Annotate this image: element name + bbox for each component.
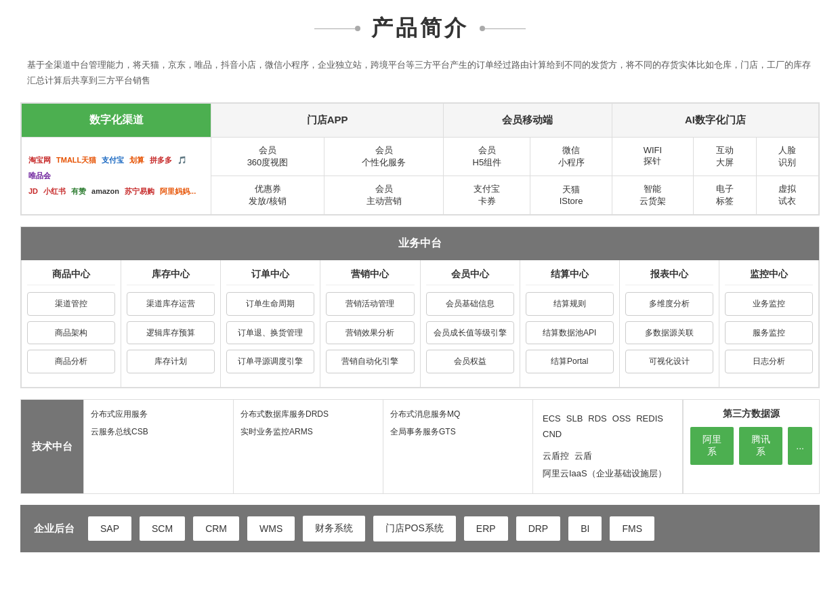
member-wechat: 微信小程序	[530, 137, 612, 176]
cloud-iaas: 阿里云IaaS（企业基础设施层）	[543, 468, 667, 480]
page-wrapper: 产品简介 基于全渠道中台管理能力，将天猫，京东，唯品，抖音小店，微信小程序，企业…	[0, 0, 840, 616]
inventory-item-1: 逻辑库存预算	[127, 321, 215, 345]
report-item-0: 多维度分析	[625, 292, 713, 316]
inventory-item-2: 库存计划	[127, 350, 215, 373]
enterprise-tag-drp: DRP	[516, 516, 561, 541]
tech-middle: 分布式应用服务 云服务总线CSB 分布式数据库服务DRDS 实时业务监控ARMS	[83, 400, 684, 493]
left-decoration	[314, 26, 360, 31]
report-item-1: 多数据源关联	[625, 321, 713, 345]
enterprise-label: 企业后台	[34, 522, 75, 535]
enterprise-tag-wms: WMS	[247, 516, 295, 541]
enterprise-tag-bi: BI	[568, 516, 602, 541]
business-col-member: 会员中心 会员基础信息 会员成长值等级引擎 会员权益	[421, 260, 520, 387]
cloud-slb: SLB	[566, 413, 583, 424]
btn-more[interactable]: ...	[788, 427, 812, 465]
settlement-item-2: 结算Portal	[526, 350, 614, 373]
enterprise-tag-finance: 财务系统	[303, 516, 365, 541]
logo-xiaohongshu: 小红书	[43, 186, 66, 197]
tech-label: 技术中台	[21, 400, 83, 493]
logo-tmall: TMALL天猫	[56, 155, 96, 165]
col-title-inventory: 库存中心	[127, 268, 215, 285]
business-col-monitor: 监控中心 业务监控 服务监控 日志分析	[719, 260, 818, 387]
logo-huasuan: 划算	[129, 155, 144, 165]
product-item-2: 商品分析	[27, 350, 115, 373]
tech-item-gts: 全局事务服务GTS	[390, 426, 526, 438]
order-item-1: 订单退、换货管理	[226, 321, 314, 345]
tech-item-mq: 分布式消息服务MQ	[390, 408, 526, 420]
ai-label: 电子标签	[694, 176, 756, 214]
marketing-item-0: 营销活动管理	[326, 292, 414, 316]
btn-alibaba[interactable]: 阿里系	[690, 427, 734, 465]
logo-alimama: 阿里妈妈...	[160, 186, 196, 197]
store-member-personal: 会员个性化服务	[324, 137, 444, 176]
tech-col-2: 分布式数据库服务DRDS 实时业务监控ARMS	[234, 400, 383, 493]
left-line	[314, 28, 355, 29]
business-col-inventory: 库存中心 渠道库存运营 逻辑库存预算 库存计划	[121, 260, 221, 387]
settlement-item-0: 结算规则	[526, 292, 614, 316]
member-h5: 会员H5组件	[444, 137, 530, 176]
tech-item-arms: 实时业务监控ARMS	[240, 426, 376, 438]
store-member-360: 会员360度视图	[211, 137, 324, 176]
enterprise-tag-crm: CRM	[193, 516, 239, 541]
business-title: 业务中台	[21, 227, 819, 260]
logo-row-2: JD 小红书 有赞 amazon 苏宁易购 阿里妈妈...	[28, 186, 204, 197]
enterprise-tag-sap: SAP	[88, 516, 131, 541]
logo-douyin: 🎵	[177, 156, 187, 165]
channel-table: 数字化渠道 门店APP 会员移动端 AI数字化门店 淘宝网 TMALL天猫 支付…	[21, 103, 819, 215]
logo-taobao: 淘宝网	[28, 155, 51, 165]
business-col-settlement: 结算中心 结算规则 结算数据池API 结算Portal	[520, 260, 620, 387]
ai-face: 人脸识别	[756, 137, 818, 176]
enterprise-tag-erp: ERP	[464, 516, 508, 541]
tech-inner: 技术中台 分布式应用服务 云服务总线CSB 分布式数据库服务DRDS 实时业务监…	[21, 400, 819, 493]
store-coupon: 优惠券发放/核销	[211, 176, 324, 214]
cloud-tags-row2: 云盾控 云盾 阿里云IaaS（企业基础设施层）	[540, 445, 675, 485]
right-decoration	[480, 26, 526, 31]
col-title-product: 商品中心	[27, 268, 115, 285]
business-grid: 商品中心 渠道管控 商品架构 商品分析 库存中心 渠道库存运营 逻辑库存预算 库…	[21, 260, 819, 388]
third-party-title: 第三方数据源	[690, 408, 812, 420]
business-col-product: 商品中心 渠道管控 商品架构 商品分析	[22, 260, 121, 387]
ai-screen: 互动大屏	[694, 137, 756, 176]
member-item-1: 会员成长值等级引擎	[426, 321, 514, 345]
store-marketing: 会员主动营销	[324, 176, 444, 214]
title-section: 产品简介	[20, 14, 820, 43]
cloud-cnd: CND	[543, 429, 562, 439]
enterprise-tag-fms: FMS	[610, 516, 654, 541]
member-istore: 天猫IStore	[530, 176, 612, 214]
description-text: 基于全渠道中台管理能力，将天猫，京东，唯品，抖音小店，微信小程序，企业独立站，跨…	[20, 57, 820, 89]
settlement-item-1: 结算数据池API	[526, 321, 614, 345]
right-dot	[480, 26, 485, 31]
logo-amazon: amazon	[91, 187, 119, 195]
col-title-settlement: 结算中心	[526, 268, 614, 285]
channel-logos-cell: 淘宝网 TMALL天猫 支付宝 划算 拼多多 🎵 唯品会 JD 小红书	[22, 137, 211, 214]
channel-header-digital: 数字化渠道	[22, 103, 211, 137]
right-line	[485, 28, 526, 29]
monitor-item-1: 服务监控	[725, 321, 813, 345]
cloud-oss: OSS	[612, 413, 631, 424]
member-alipay: 支付宝卡券	[444, 176, 530, 214]
btn-tencent[interactable]: 腾讯系	[739, 427, 782, 465]
third-party-buttons: 阿里系 腾讯系 ...	[690, 427, 812, 465]
business-section: 业务中台 商品中心 渠道管控 商品架构 商品分析 库存中心 渠道库存运营 逻辑库…	[20, 226, 820, 388]
order-item-0: 订单生命周期	[226, 292, 314, 316]
marketing-item-2: 营销自动化引擎	[326, 350, 414, 373]
cloud-rds: RDS	[588, 413, 606, 424]
business-col-marketing: 营销中心 营销活动管理 营销效果分析 营销自动化引擎	[320, 260, 420, 387]
page-title: 产品简介	[371, 14, 469, 43]
channel-header-member: 会员移动端	[444, 103, 612, 137]
ai-wifi: WIFI探针	[612, 137, 693, 176]
monitor-item-0: 业务监控	[725, 292, 813, 316]
cloud-tags-row1: ECS SLB RDS OSS REDIS CND	[540, 408, 675, 445]
tech-section: 技术中台 分布式应用服务 云服务总线CSB 分布式数据库服务DRDS 实时业务监…	[20, 399, 820, 494]
col-title-marketing: 营销中心	[326, 268, 414, 285]
logo-zhifubao: 支付宝	[102, 155, 124, 165]
enterprise-tag-scm: SCM	[140, 516, 185, 541]
tech-col-1: 分布式应用服务 云服务总线CSB	[84, 400, 234, 493]
tech-cloud-col: ECS SLB RDS OSS REDIS CND 云盾控 云盾 阿里云IaaS…	[533, 400, 683, 493]
product-item-0: 渠道管控	[27, 292, 115, 316]
cloud-shieldctrl: 云盾控	[543, 450, 569, 462]
cloud-redis: REDIS	[636, 413, 663, 424]
cloud-shield: 云盾	[574, 450, 592, 462]
logo-row-1: 淘宝网 TMALL天猫 支付宝 划算 拼多多 🎵 唯品会	[28, 155, 204, 181]
order-item-2: 订单寻源调度引擎	[226, 350, 314, 373]
